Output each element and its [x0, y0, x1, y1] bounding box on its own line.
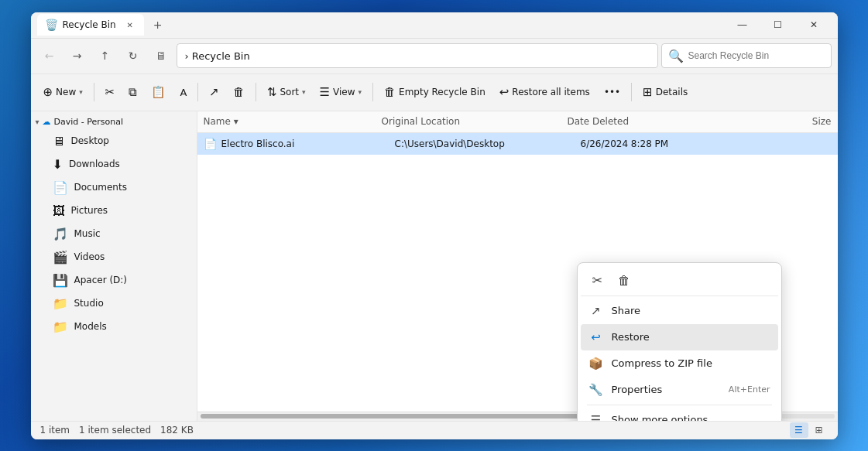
sort-button[interactable]: ⇅ Sort ▾: [261, 82, 312, 102]
search-box[interactable]: 🔍: [661, 43, 832, 68]
sidebar-item-documents[interactable]: 📄 Documents 📌: [34, 176, 194, 199]
refresh-button[interactable]: ↻: [121, 43, 146, 68]
ctx-compress-item[interactable]: 📦 Compress to ZIP file: [581, 350, 778, 377]
paste-icon: 📋: [151, 85, 166, 99]
computer-icon[interactable]: 🖥: [149, 43, 173, 68]
more-options-icon: ☰: [588, 413, 604, 421]
sidebar-item-pictures-label: Pictures: [71, 205, 172, 216]
table-row[interactable]: 📄 Electro Blisco.ai C:\Users\David\Deskt…: [197, 133, 838, 155]
sidebar-item-models-label: Models: [74, 321, 172, 332]
empty-bin-button[interactable]: 🗑 Empty Recycle Bin: [378, 82, 492, 102]
ctx-delete-button[interactable]: 🗑: [612, 269, 636, 292]
sidebar-item-videos-label: Videos: [74, 251, 172, 262]
copy-icon: ⧉: [129, 85, 137, 99]
empty-bin-icon: 🗑: [384, 85, 396, 99]
context-menu: ✂ 🗑 ↗ Share ↩ Restore 📦 Compress to ZIP …: [577, 262, 782, 421]
ctx-properties-label: Properties: [612, 384, 721, 395]
compress-icon: 📦: [588, 357, 604, 371]
more-button[interactable]: •••: [598, 84, 626, 101]
sidebar: ▾ ☁ David - Personal 🖥 Desktop 📌 ⬇ Downl…: [31, 111, 197, 421]
ctx-restore-label: Restore: [612, 331, 770, 343]
toolbar-separator-2: [197, 83, 198, 101]
breadcrumb[interactable]: › Recycle Bin: [177, 43, 658, 68]
share-icon: ↗: [588, 304, 604, 318]
ctx-compress-label: Compress to ZIP file: [612, 357, 770, 369]
new-caret-icon: ▾: [79, 88, 83, 96]
sidebar-item-pictures[interactable]: 🖼 Pictures 📌: [34, 200, 194, 222]
col-header-date-deleted[interactable]: Date Deleted: [568, 116, 707, 127]
view-label: View: [333, 87, 355, 97]
sidebar-item-desktop-label: Desktop: [71, 135, 172, 146]
forward-button[interactable]: →: [65, 43, 90, 68]
ctx-properties-shortcut: Alt+Enter: [729, 384, 770, 395]
col-header-original-location[interactable]: Original Location: [382, 116, 568, 127]
paste-button[interactable]: 📋: [145, 82, 172, 102]
sidebar-item-downloads[interactable]: ⬇ Downloads 📌: [34, 153, 194, 176]
sidebar-item-desktop[interactable]: 🖥 Desktop 📌: [34, 130, 194, 152]
sidebar-item-documents-label: Documents: [74, 182, 172, 193]
new-icon: ⊕: [43, 85, 53, 99]
context-menu-separator: [587, 405, 772, 405]
tab-recycle-icon: 🗑️: [45, 19, 58, 31]
ctx-cut-button[interactable]: ✂: [585, 269, 610, 292]
search-input[interactable]: [688, 50, 825, 61]
restore-all-button[interactable]: ↩ Restore all items: [493, 82, 596, 102]
col-header-name[interactable]: Name ▾: [204, 116, 382, 127]
file-date-deleted: 6/26/2024 8:28 PM: [581, 138, 720, 149]
view-button[interactable]: ☰ View ▾: [314, 82, 368, 102]
ctx-restore-item[interactable]: ↩ Restore: [581, 324, 778, 350]
music-icon: 🎵: [53, 227, 68, 241]
details-button[interactable]: ⊞ Details: [636, 82, 694, 102]
maximize-button[interactable]: ☐: [760, 12, 796, 39]
delete-icon: 🗑: [233, 85, 245, 99]
item-count: 1 item: [40, 425, 70, 436]
file-name: Electro Blisco.ai: [221, 138, 395, 149]
sidebar-item-videos[interactable]: 🎬 Videos 📌: [34, 246, 194, 268]
studio-icon: 📁: [53, 296, 68, 311]
sidebar-item-models[interactable]: 📁 Models 📌: [34, 316, 194, 338]
group-expand-icon: ▾: [36, 118, 39, 126]
sidebar-group-header[interactable]: ▾ ☁ David - Personal: [31, 114, 197, 129]
share-button[interactable]: ↗: [203, 82, 225, 102]
cut-button[interactable]: ✂: [99, 82, 122, 102]
file-original-location: C:\Users\David\Desktop: [395, 138, 581, 149]
tab-add-button[interactable]: +: [147, 14, 169, 36]
sidebar-item-apacer[interactable]: 💾 Apacer (D:) 📌: [34, 269, 194, 292]
properties-icon: 🔧: [588, 383, 604, 397]
view-caret-icon: ▾: [359, 88, 362, 96]
window-controls: — ☐ ✕: [725, 12, 832, 39]
sidebar-group-label: David - Personal: [54, 117, 123, 127]
sidebar-item-music[interactable]: 🎵 Music 📌: [34, 223, 194, 245]
tile-view-button[interactable]: ⊞: [810, 422, 829, 438]
new-label: New: [56, 87, 76, 97]
close-button[interactable]: ✕: [796, 12, 832, 39]
view-icon: ☰: [320, 85, 330, 99]
tab-close-button[interactable]: ✕: [124, 19, 136, 31]
breadcrumb-path: Recycle Bin: [192, 50, 250, 62]
search-icon: 🔍: [668, 49, 684, 63]
col-header-size[interactable]: Size: [707, 116, 832, 127]
toolbar-separator-3: [256, 83, 256, 101]
minimize-button[interactable]: —: [725, 12, 760, 39]
ctx-properties-item[interactable]: 🔧 Properties Alt+Enter: [581, 377, 778, 403]
up-button[interactable]: ↑: [93, 43, 118, 68]
details-label: Details: [656, 87, 688, 97]
title-bar: 🗑️ Recycle Bin ✕ + — ☐ ✕: [31, 12, 838, 39]
recycle-bin-tab[interactable]: 🗑️ Recycle Bin ✕: [37, 14, 144, 36]
delete-button[interactable]: 🗑: [227, 82, 251, 102]
rename-button[interactable]: A: [173, 84, 193, 101]
ctx-share-item[interactable]: ↗ Share: [581, 298, 778, 324]
ctx-more-options-item[interactable]: ☰ Show more options: [581, 407, 778, 421]
toolbar-separator-5: [631, 83, 632, 101]
new-button[interactable]: ⊕ New ▾: [37, 82, 89, 102]
copy-button[interactable]: ⧉: [122, 82, 143, 102]
ctx-share-label: Share: [612, 305, 770, 316]
more-icon: •••: [604, 87, 620, 97]
scroll-thumb: [201, 414, 581, 419]
restore-icon: ↩: [588, 330, 604, 344]
back-button[interactable]: ←: [37, 43, 62, 68]
list-view-button[interactable]: ☰: [790, 422, 808, 438]
empty-bin-label: Empty Recycle Bin: [399, 87, 485, 97]
context-toolbar: ✂ 🗑: [581, 266, 778, 296]
sidebar-item-studio[interactable]: 📁 Studio 📌: [34, 292, 194, 315]
